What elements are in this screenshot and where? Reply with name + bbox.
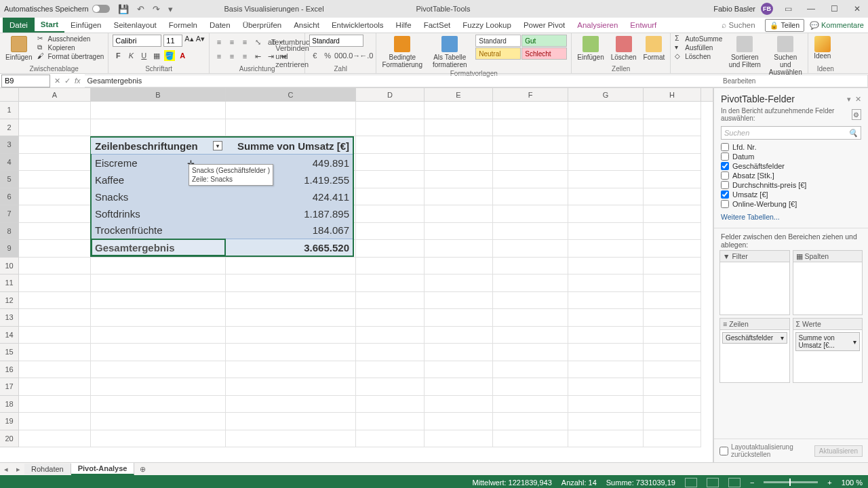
cut-button[interactable]: ✂Ausschneiden <box>37 35 104 43</box>
new-sheet-button[interactable]: ⊕ <box>134 465 151 474</box>
copy-button[interactable]: ⧉Kopieren <box>37 43 104 52</box>
cell[interactable] <box>644 274 701 292</box>
cell[interactable] <box>425 413 493 430</box>
cell[interactable] <box>19 396 91 413</box>
cell[interactable] <box>19 361 91 379</box>
cell[interactable] <box>356 136 425 154</box>
rows-area[interactable]: ≡ZeilenGeschäftsfelder▾ <box>719 318 790 383</box>
cell[interactable] <box>226 327 356 344</box>
cell[interactable] <box>425 136 493 154</box>
format-cells-button[interactable]: Format <box>642 35 667 62</box>
cell[interactable] <box>425 292 493 310</box>
cell[interactable] <box>644 171 701 188</box>
cell[interactable] <box>91 413 226 430</box>
row-header-13[interactable]: 13 <box>0 309 19 327</box>
cell-styles-gallery[interactable]: Standard Gut Neutral Schlecht <box>475 35 567 60</box>
row-header-1[interactable]: 1 <box>0 102 19 119</box>
cell[interactable] <box>493 309 568 327</box>
cell[interactable] <box>356 119 425 137</box>
zoom-out-icon[interactable]: − <box>750 479 754 487</box>
cell[interactable] <box>19 188 91 206</box>
chevron-down-icon[interactable]: ▾ <box>781 334 784 342</box>
cell[interactable] <box>19 136 91 154</box>
cell[interactable] <box>493 344 568 361</box>
cell[interactable] <box>644 154 701 171</box>
cell[interactable] <box>644 205 701 223</box>
pivot-row-value[interactable]: 1.187.895 <box>224 205 353 222</box>
cell[interactable] <box>226 430 356 448</box>
align-left-icon[interactable]: ≡ <box>214 51 224 62</box>
align-mid-icon[interactable]: ≡ <box>226 37 237 47</box>
cell[interactable] <box>356 327 425 344</box>
pivot-row-label[interactable]: Softdrinks <box>91 205 224 222</box>
row-header-17[interactable]: 17 <box>0 378 19 396</box>
cell[interactable] <box>425 119 493 137</box>
cell[interactable] <box>644 361 701 379</box>
cell[interactable] <box>493 171 568 188</box>
style-gut[interactable]: Gut <box>521 35 567 47</box>
pivot-row-header[interactable]: Zeilenbeschriftungen▾ <box>91 138 224 155</box>
field-item[interactable]: Datum <box>721 152 861 161</box>
tab-review[interactable]: Überprüfen <box>237 18 288 33</box>
cell[interactable] <box>356 223 425 241</box>
cell[interactable] <box>356 344 425 361</box>
style-schlecht[interactable]: Schlecht <box>521 47 567 60</box>
row-header-20[interactable]: 20 <box>0 430 19 448</box>
cell[interactable] <box>356 361 425 379</box>
filter-area[interactable]: ▼Filter <box>719 250 790 315</box>
qat-dropdown-icon[interactable]: ▾ <box>168 4 173 14</box>
paste-button[interactable]: Einfügen <box>4 35 33 62</box>
pivot-total-label[interactable]: Gesamtergebnis <box>91 239 224 256</box>
cell[interactable] <box>568 205 644 223</box>
cell[interactable] <box>19 413 91 430</box>
sheet-nav-next[interactable]: ▸ <box>12 465 24 474</box>
cell[interactable] <box>356 154 425 171</box>
cell[interactable] <box>91 430 226 448</box>
defer-layout-checkbox[interactable]: Layoutaktualisierung zurückstellen <box>719 443 814 458</box>
cell[interactable] <box>493 223 568 241</box>
tab-analyze[interactable]: Analysieren <box>571 18 624 33</box>
sheet-tab-rohdaten[interactable]: Rohdaten <box>24 464 71 474</box>
cell[interactable] <box>425 188 493 206</box>
pivot-table[interactable]: Zeilenbeschriftungen▾ Summe von Umsatz [… <box>91 137 353 256</box>
bold-button[interactable]: F <box>113 50 123 61</box>
field-search-input[interactable]: Suchen 🔍 <box>721 126 861 140</box>
ideas-button[interactable]: Ideen <box>812 35 832 61</box>
cell[interactable] <box>493 205 568 223</box>
cell[interactable] <box>493 102 568 119</box>
cell[interactable] <box>425 378 493 396</box>
cell[interactable] <box>91 378 226 396</box>
normal-view-icon[interactable] <box>685 478 697 487</box>
number-format-input[interactable] <box>309 35 363 47</box>
sort-filter-button[interactable]: Sortieren und Filtern <box>726 35 763 70</box>
columns-area[interactable]: ▦Spalten <box>793 250 863 315</box>
tab-formulas[interactable]: Formeln <box>163 18 203 33</box>
cell[interactable] <box>644 136 701 154</box>
cell[interactable] <box>226 361 356 379</box>
field-item[interactable]: Online-Werbung [€] <box>721 199 861 209</box>
row-header-9[interactable]: 9 <box>0 240 19 258</box>
cell[interactable] <box>19 309 91 327</box>
inc-decimal-icon[interactable]: .0→ <box>348 50 359 61</box>
cell[interactable] <box>356 292 425 310</box>
field-checkbox[interactable] <box>721 162 729 170</box>
align-top-icon[interactable]: ≡ <box>214 37 224 47</box>
cell[interactable] <box>356 274 425 292</box>
cell[interactable] <box>568 223 644 241</box>
cell[interactable] <box>568 188 644 206</box>
autosave-toggle[interactable]: Automatisches Speichern <box>4 5 110 13</box>
cell[interactable] <box>425 274 493 292</box>
cell[interactable] <box>425 430 493 448</box>
cell[interactable] <box>644 344 701 361</box>
cell[interactable] <box>425 223 493 241</box>
cell[interactable] <box>644 378 701 396</box>
cell[interactable] <box>568 102 644 119</box>
col-header-C[interactable]: C <box>226 88 356 101</box>
cell[interactable] <box>425 205 493 223</box>
row-header-2[interactable]: 2 <box>0 119 19 137</box>
field-checkbox[interactable] <box>721 190 729 199</box>
cell[interactable] <box>19 327 91 344</box>
cell[interactable] <box>644 309 701 327</box>
pivot-row-label[interactable]: Trockenfrüchte <box>91 222 224 239</box>
field-item[interactable]: Absatz [Stk.] <box>721 171 861 180</box>
